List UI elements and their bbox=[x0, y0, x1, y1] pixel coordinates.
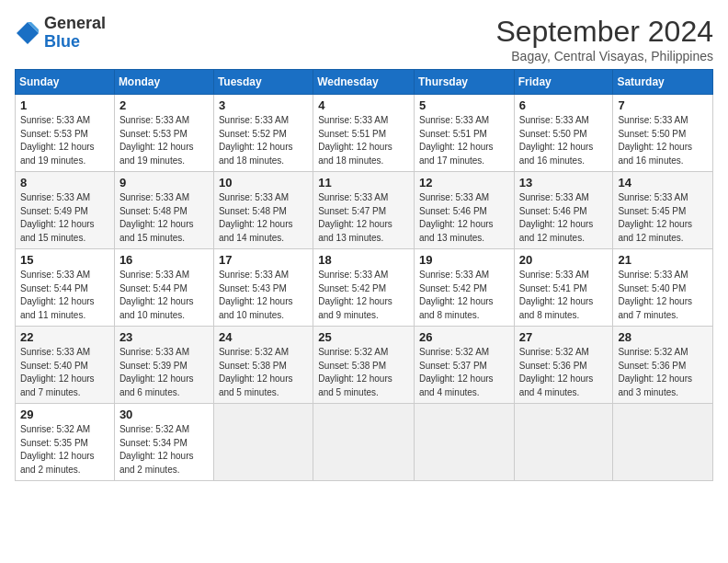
day-number: 15 bbox=[20, 253, 109, 267]
calendar-cell: 12 Sunrise: 5:33 AM Sunset: 5:46 PM Dayl… bbox=[414, 172, 514, 249]
daylight-label: Daylight: 12 hours and 13 minutes. bbox=[318, 219, 392, 243]
daylight-label: Daylight: 12 hours and 10 minutes. bbox=[119, 296, 194, 320]
day-number: 10 bbox=[219, 176, 308, 190]
day-number: 7 bbox=[618, 98, 708, 112]
day-number: 6 bbox=[519, 98, 609, 112]
calendar-cell: 19 Sunrise: 5:33 AM Sunset: 5:42 PM Dayl… bbox=[414, 249, 514, 327]
sunrise-label: Sunrise: 5:33 AM bbox=[119, 192, 189, 202]
day-info: Sunrise: 5:32 AM Sunset: 5:36 PM Dayligh… bbox=[519, 346, 609, 399]
sunset-label: Sunset: 5:52 PM bbox=[219, 129, 287, 139]
header-tuesday: Tuesday bbox=[213, 70, 313, 95]
sunrise-label: Sunrise: 5:32 AM bbox=[419, 347, 489, 357]
sunset-label: Sunset: 5:37 PM bbox=[419, 361, 487, 371]
sunrise-label: Sunrise: 5:33 AM bbox=[119, 347, 189, 357]
sunrise-label: Sunrise: 5:33 AM bbox=[618, 270, 688, 280]
day-number: 30 bbox=[119, 408, 209, 421]
day-info: Sunrise: 5:32 AM Sunset: 5:38 PM Dayligh… bbox=[318, 346, 409, 399]
calendar-week-row: 29 Sunrise: 5:32 AM Sunset: 5:35 PM Dayl… bbox=[16, 404, 713, 481]
sunrise-label: Sunrise: 5:32 AM bbox=[219, 347, 289, 357]
calendar-cell: 17 Sunrise: 5:33 AM Sunset: 5:43 PM Dayl… bbox=[213, 249, 313, 327]
day-info: Sunrise: 5:33 AM Sunset: 5:39 PM Dayligh… bbox=[119, 346, 209, 399]
sunrise-label: Sunrise: 5:33 AM bbox=[419, 270, 489, 280]
day-number: 29 bbox=[20, 408, 109, 421]
sunrise-label: Sunrise: 5:33 AM bbox=[618, 115, 688, 125]
daylight-label: Daylight: 12 hours and 16 minutes. bbox=[618, 142, 692, 166]
sunset-label: Sunset: 5:35 PM bbox=[20, 438, 88, 448]
calendar-cell: 13 Sunrise: 5:33 AM Sunset: 5:46 PM Dayl… bbox=[514, 172, 613, 249]
sunset-label: Sunset: 5:48 PM bbox=[119, 206, 188, 216]
day-number: 27 bbox=[519, 330, 609, 344]
svg-marker-0 bbox=[17, 22, 39, 44]
calendar-week-row: 15 Sunrise: 5:33 AM Sunset: 5:44 PM Dayl… bbox=[16, 249, 713, 327]
daylight-label: Daylight: 12 hours and 17 minutes. bbox=[419, 142, 494, 166]
day-number: 14 bbox=[618, 176, 708, 190]
day-info: Sunrise: 5:33 AM Sunset: 5:51 PM Dayligh… bbox=[419, 114, 509, 167]
sunrise-label: Sunrise: 5:33 AM bbox=[318, 115, 388, 125]
sunset-label: Sunset: 5:46 PM bbox=[419, 206, 487, 216]
daylight-label: Daylight: 12 hours and 10 minutes. bbox=[219, 296, 293, 320]
day-info: Sunrise: 5:33 AM Sunset: 5:40 PM Dayligh… bbox=[618, 269, 708, 322]
daylight-label: Daylight: 12 hours and 4 minutes. bbox=[519, 373, 594, 397]
day-info: Sunrise: 5:33 AM Sunset: 5:44 PM Dayligh… bbox=[20, 269, 109, 322]
sunrise-label: Sunrise: 5:33 AM bbox=[219, 192, 289, 202]
calendar-cell: 7 Sunrise: 5:33 AM Sunset: 5:50 PM Dayli… bbox=[613, 95, 713, 172]
day-info: Sunrise: 5:32 AM Sunset: 5:35 PM Dayligh… bbox=[20, 423, 109, 477]
day-number: 26 bbox=[419, 330, 509, 344]
sunrise-label: Sunrise: 5:33 AM bbox=[519, 192, 589, 202]
sunset-label: Sunset: 5:38 PM bbox=[318, 361, 386, 371]
sunset-label: Sunset: 5:43 PM bbox=[219, 283, 287, 293]
sunrise-label: Sunrise: 5:33 AM bbox=[419, 115, 489, 125]
sunset-label: Sunset: 5:34 PM bbox=[119, 438, 188, 448]
day-number: 24 bbox=[219, 330, 308, 344]
day-number: 9 bbox=[119, 176, 209, 190]
logo-general-text: General bbox=[44, 14, 106, 32]
day-number: 11 bbox=[318, 176, 409, 190]
daylight-label: Daylight: 12 hours and 5 minutes. bbox=[318, 373, 392, 397]
sunset-label: Sunset: 5:44 PM bbox=[20, 283, 88, 293]
sunrise-label: Sunrise: 5:32 AM bbox=[318, 347, 388, 357]
daylight-label: Daylight: 12 hours and 14 minutes. bbox=[219, 219, 293, 243]
day-info: Sunrise: 5:33 AM Sunset: 5:53 PM Dayligh… bbox=[20, 114, 109, 167]
calendar-week-row: 1 Sunrise: 5:33 AM Sunset: 5:53 PM Dayli… bbox=[16, 95, 713, 172]
daylight-label: Daylight: 12 hours and 4 minutes. bbox=[419, 373, 494, 397]
day-info: Sunrise: 5:33 AM Sunset: 5:49 PM Dayligh… bbox=[20, 191, 109, 245]
sunrise-label: Sunrise: 5:32 AM bbox=[519, 347, 589, 357]
calendar-cell: 24 Sunrise: 5:32 AM Sunset: 5:38 PM Dayl… bbox=[213, 327, 313, 404]
daylight-label: Daylight: 12 hours and 15 minutes. bbox=[20, 219, 95, 243]
sunrise-label: Sunrise: 5:33 AM bbox=[20, 115, 90, 125]
daylight-label: Daylight: 12 hours and 19 minutes. bbox=[20, 142, 95, 166]
daylight-label: Daylight: 12 hours and 7 minutes. bbox=[20, 373, 95, 397]
day-number: 21 bbox=[618, 253, 708, 267]
weekday-header-row: Sunday Monday Tuesday Wednesday Thursday… bbox=[16, 70, 713, 95]
daylight-label: Daylight: 12 hours and 7 minutes. bbox=[618, 296, 692, 320]
location-text: Bagay, Central Visayas, Philippines bbox=[495, 49, 713, 63]
daylight-label: Daylight: 12 hours and 6 minutes. bbox=[119, 373, 194, 397]
sunrise-label: Sunrise: 5:33 AM bbox=[20, 192, 90, 202]
day-info: Sunrise: 5:33 AM Sunset: 5:51 PM Dayligh… bbox=[318, 114, 409, 167]
calendar-cell: 10 Sunrise: 5:33 AM Sunset: 5:48 PM Dayl… bbox=[213, 172, 313, 249]
header-monday: Monday bbox=[114, 70, 213, 95]
day-number: 8 bbox=[20, 176, 109, 190]
day-number: 17 bbox=[219, 253, 308, 267]
daylight-label: Daylight: 12 hours and 13 minutes. bbox=[419, 219, 494, 243]
header-thursday: Thursday bbox=[414, 70, 514, 95]
day-info: Sunrise: 5:33 AM Sunset: 5:53 PM Dayligh… bbox=[119, 114, 209, 167]
sunrise-label: Sunrise: 5:32 AM bbox=[618, 347, 688, 357]
day-info: Sunrise: 5:32 AM Sunset: 5:34 PM Dayligh… bbox=[119, 423, 209, 477]
calendar-body: 1 Sunrise: 5:33 AM Sunset: 5:53 PM Dayli… bbox=[16, 95, 713, 481]
day-number: 28 bbox=[618, 330, 708, 344]
calendar-cell: 6 Sunrise: 5:33 AM Sunset: 5:50 PM Dayli… bbox=[514, 95, 613, 172]
day-number: 18 bbox=[318, 253, 409, 267]
daylight-label: Daylight: 12 hours and 18 minutes. bbox=[318, 142, 392, 166]
sunset-label: Sunset: 5:53 PM bbox=[20, 129, 88, 139]
day-info: Sunrise: 5:32 AM Sunset: 5:38 PM Dayligh… bbox=[219, 346, 308, 399]
sunset-label: Sunset: 5:38 PM bbox=[219, 361, 287, 371]
calendar-cell: 28 Sunrise: 5:32 AM Sunset: 5:36 PM Dayl… bbox=[613, 327, 713, 404]
sunrise-label: Sunrise: 5:33 AM bbox=[20, 347, 90, 357]
sunset-label: Sunset: 5:50 PM bbox=[618, 129, 686, 139]
title-area: September 2024 Bagay, Central Visayas, P… bbox=[495, 15, 713, 63]
sunset-label: Sunset: 5:47 PM bbox=[318, 206, 386, 216]
daylight-label: Daylight: 12 hours and 5 minutes. bbox=[219, 373, 293, 397]
sunset-label: Sunset: 5:40 PM bbox=[618, 283, 686, 293]
calendar-cell bbox=[213, 404, 313, 481]
